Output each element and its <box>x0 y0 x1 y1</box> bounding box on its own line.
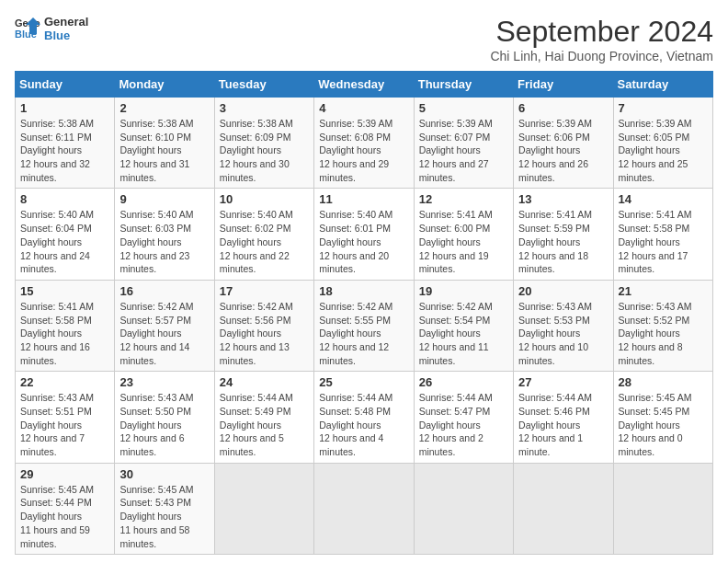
weekday-header-row: SundayMondayTuesdayWednesdayThursdayFrid… <box>16 72 713 98</box>
calendar-cell: 12 Sunrise: 5:41 AM Sunset: 6:00 PM Dayl… <box>414 189 513 280</box>
day-info: Sunrise: 5:43 AM Sunset: 5:52 PM Dayligh… <box>619 300 708 367</box>
day-number: 23 <box>119 375 209 389</box>
day-number: 7 <box>619 101 708 115</box>
day-info: Sunrise: 5:39 AM Sunset: 6:08 PM Dayligh… <box>319 117 408 184</box>
weekday-header-saturday: Saturday <box>613 72 712 98</box>
calendar-cell: 16 Sunrise: 5:42 AM Sunset: 5:57 PM Dayl… <box>115 280 214 371</box>
weekday-header-wednesday: Wednesday <box>314 72 414 98</box>
calendar-cell: 22 Sunrise: 5:43 AM Sunset: 5:51 PM Dayl… <box>16 372 115 463</box>
day-info: Sunrise: 5:42 AM Sunset: 5:56 PM Dayligh… <box>220 300 309 367</box>
weekday-header-tuesday: Tuesday <box>214 72 313 98</box>
day-number: 11 <box>319 192 408 206</box>
day-info: Sunrise: 5:41 AM Sunset: 5:58 PM Dayligh… <box>619 208 708 275</box>
calendar-header: SundayMondayTuesdayWednesdayThursdayFrid… <box>16 72 713 98</box>
day-number: 8 <box>20 192 109 206</box>
calendar-cell <box>414 463 513 554</box>
calendar-cell <box>214 463 313 554</box>
day-number: 9 <box>119 192 209 206</box>
calendar-cell: 28 Sunrise: 5:45 AM Sunset: 5:45 PM Dayl… <box>613 372 712 463</box>
day-number: 2 <box>119 101 209 115</box>
day-info: Sunrise: 5:45 AM Sunset: 5:45 PM Dayligh… <box>619 391 708 458</box>
day-info: Sunrise: 5:45 AM Sunset: 5:43 PM Dayligh… <box>119 483 209 550</box>
day-info: Sunrise: 5:40 AM Sunset: 6:04 PM Dayligh… <box>20 208 109 275</box>
day-number: 29 <box>20 467 109 481</box>
calendar-cell <box>514 463 613 554</box>
day-number: 13 <box>518 192 608 206</box>
day-info: Sunrise: 5:39 AM Sunset: 6:06 PM Dayligh… <box>518 117 608 184</box>
day-info: Sunrise: 5:38 AM Sunset: 6:09 PM Dayligh… <box>220 117 309 184</box>
calendar-cell: 9 Sunrise: 5:40 AM Sunset: 6:03 PM Dayli… <box>115 189 214 280</box>
calendar-cell: 1 Sunrise: 5:38 AM Sunset: 6:11 PM Dayli… <box>16 98 115 189</box>
day-info: Sunrise: 5:40 AM Sunset: 6:03 PM Dayligh… <box>119 208 209 275</box>
calendar-cell: 13 Sunrise: 5:41 AM Sunset: 5:59 PM Dayl… <box>514 189 613 280</box>
day-info: Sunrise: 5:39 AM Sunset: 6:05 PM Dayligh… <box>619 117 708 184</box>
day-info: Sunrise: 5:38 AM Sunset: 6:11 PM Dayligh… <box>20 117 109 184</box>
calendar-cell: 26 Sunrise: 5:44 AM Sunset: 5:47 PM Dayl… <box>414 372 513 463</box>
day-number: 20 <box>518 284 608 298</box>
day-info: Sunrise: 5:40 AM Sunset: 6:01 PM Dayligh… <box>319 208 408 275</box>
week-row-5: 29 Sunrise: 5:45 AM Sunset: 5:44 PM Dayl… <box>16 463 713 554</box>
logo-blue: Blue <box>44 29 88 42</box>
calendar-cell: 4 Sunrise: 5:39 AM Sunset: 6:08 PM Dayli… <box>314 98 414 189</box>
logo: General Blue General Blue <box>15 15 88 42</box>
weekday-header-sunday: Sunday <box>16 72 115 98</box>
day-info: Sunrise: 5:42 AM Sunset: 5:54 PM Dayligh… <box>419 300 508 367</box>
month-title: September 2024 <box>490 15 713 49</box>
calendar-cell: 17 Sunrise: 5:42 AM Sunset: 5:56 PM Dayl… <box>214 280 313 371</box>
calendar-cell: 10 Sunrise: 5:40 AM Sunset: 6:02 PM Dayl… <box>214 189 313 280</box>
calendar-cell: 30 Sunrise: 5:45 AM Sunset: 5:43 PM Dayl… <box>115 463 214 554</box>
day-info: Sunrise: 5:42 AM Sunset: 5:57 PM Dayligh… <box>119 300 209 367</box>
calendar-cell: 24 Sunrise: 5:44 AM Sunset: 5:49 PM Dayl… <box>214 372 313 463</box>
day-info: Sunrise: 5:41 AM Sunset: 5:59 PM Dayligh… <box>518 208 608 275</box>
calendar-cell: 3 Sunrise: 5:38 AM Sunset: 6:09 PM Dayli… <box>214 98 313 189</box>
day-number: 27 <box>518 375 608 389</box>
logo-general: General <box>44 15 88 29</box>
logo-icon: General Blue <box>15 16 40 41</box>
week-row-1: 1 Sunrise: 5:38 AM Sunset: 6:11 PM Dayli… <box>16 98 713 189</box>
day-number: 24 <box>220 375 309 389</box>
calendar-cell <box>613 463 712 554</box>
day-info: Sunrise: 5:44 AM Sunset: 5:47 PM Dayligh… <box>419 391 508 458</box>
calendar-cell: 5 Sunrise: 5:39 AM Sunset: 6:07 PM Dayli… <box>414 98 513 189</box>
calendar-cell: 21 Sunrise: 5:43 AM Sunset: 5:52 PM Dayl… <box>613 280 712 371</box>
calendar-cell: 14 Sunrise: 5:41 AM Sunset: 5:58 PM Dayl… <box>613 189 712 280</box>
day-number: 3 <box>220 101 309 115</box>
day-info: Sunrise: 5:40 AM Sunset: 6:02 PM Dayligh… <box>220 208 309 275</box>
day-number: 22 <box>20 375 109 389</box>
day-number: 10 <box>220 192 309 206</box>
day-number: 19 <box>419 284 508 298</box>
day-info: Sunrise: 5:45 AM Sunset: 5:44 PM Dayligh… <box>20 483 109 550</box>
day-number: 14 <box>619 192 708 206</box>
day-info: Sunrise: 5:43 AM Sunset: 5:50 PM Dayligh… <box>119 391 209 458</box>
day-info: Sunrise: 5:41 AM Sunset: 5:58 PM Dayligh… <box>20 300 109 367</box>
week-row-2: 8 Sunrise: 5:40 AM Sunset: 6:04 PM Dayli… <box>16 189 713 280</box>
day-number: 18 <box>319 284 408 298</box>
day-info: Sunrise: 5:42 AM Sunset: 5:55 PM Dayligh… <box>319 300 408 367</box>
day-number: 12 <box>419 192 508 206</box>
day-number: 30 <box>119 467 209 481</box>
day-number: 17 <box>220 284 309 298</box>
calendar-cell: 25 Sunrise: 5:44 AM Sunset: 5:48 PM Dayl… <box>314 372 414 463</box>
day-number: 21 <box>619 284 708 298</box>
day-info: Sunrise: 5:44 AM Sunset: 5:49 PM Dayligh… <box>220 391 309 458</box>
day-info: Sunrise: 5:44 AM Sunset: 5:48 PM Dayligh… <box>319 391 408 458</box>
day-number: 6 <box>518 101 608 115</box>
day-info: Sunrise: 5:43 AM Sunset: 5:51 PM Dayligh… <box>20 391 109 458</box>
day-info: Sunrise: 5:44 AM Sunset: 5:46 PM Dayligh… <box>518 391 608 458</box>
day-number: 15 <box>20 284 109 298</box>
calendar-cell: 11 Sunrise: 5:40 AM Sunset: 6:01 PM Dayl… <box>314 189 414 280</box>
week-row-3: 15 Sunrise: 5:41 AM Sunset: 5:58 PM Dayl… <box>16 280 713 371</box>
page-header: General Blue General Blue September 2024… <box>15 15 713 63</box>
weekday-header-thursday: Thursday <box>414 72 513 98</box>
day-number: 4 <box>319 101 408 115</box>
calendar-cell: 8 Sunrise: 5:40 AM Sunset: 6:04 PM Dayli… <box>16 189 115 280</box>
calendar-cell <box>314 463 414 554</box>
day-number: 28 <box>619 375 708 389</box>
weekday-header-monday: Monday <box>115 72 214 98</box>
day-number: 5 <box>419 101 508 115</box>
calendar-cell: 18 Sunrise: 5:42 AM Sunset: 5:55 PM Dayl… <box>314 280 414 371</box>
day-info: Sunrise: 5:39 AM Sunset: 6:07 PM Dayligh… <box>419 117 508 184</box>
day-number: 16 <box>119 284 209 298</box>
calendar-body: 1 Sunrise: 5:38 AM Sunset: 6:11 PM Dayli… <box>16 98 713 555</box>
day-number: 26 <box>419 375 508 389</box>
